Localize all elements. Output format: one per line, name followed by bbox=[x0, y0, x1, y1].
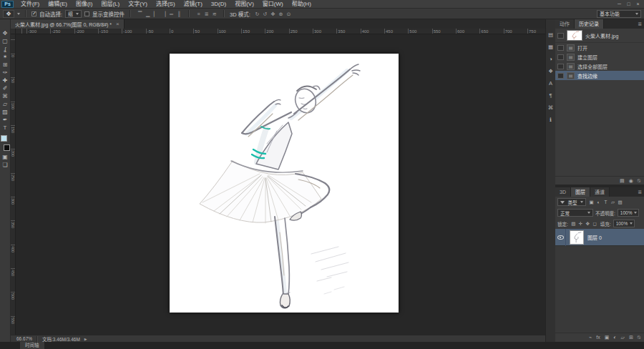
mode-3d-icon[interactable]: ↻ bbox=[253, 9, 261, 19]
history-step[interactable]: ▤打开 bbox=[555, 43, 644, 52]
filter-smart-objects-icon[interactable]: ▨ bbox=[617, 198, 623, 206]
lock-transparency-icon[interactable]: ▨ bbox=[570, 220, 577, 227]
active-tool-badge[interactable]: ✥ bbox=[3, 10, 14, 18]
info-panel-icon[interactable]: ℹ bbox=[547, 116, 555, 124]
auto-select-target-dropdown[interactable]: 组 bbox=[65, 10, 82, 18]
history-brush-source-box[interactable] bbox=[557, 45, 564, 51]
eyedropper-tool-icon[interactable]: ✑ bbox=[0, 69, 11, 77]
filter-adjustment-layers-icon[interactable]: ◐ bbox=[595, 198, 602, 206]
history-step[interactable]: ▤选择全部图层 bbox=[555, 62, 644, 71]
delete-state-icon[interactable]: ⍉ bbox=[638, 177, 640, 185]
marquee-tool-icon[interactable]: ▢ bbox=[0, 37, 11, 45]
eraser-tool-icon[interactable]: ▱ bbox=[0, 100, 11, 108]
filter-type-layers-icon[interactable]: T bbox=[602, 198, 609, 206]
distribute-icon[interactable]: ≋ bbox=[210, 9, 218, 19]
close-tab-icon[interactable]: × bbox=[116, 19, 119, 29]
layer-visibility-toggle[interactable] bbox=[555, 229, 566, 246]
brush-tool-icon[interactable]: ✐ bbox=[0, 84, 11, 92]
workspace-dropdown[interactable]: 基本功能 bbox=[597, 10, 641, 18]
mode-3d-icon[interactable]: ↺ bbox=[261, 9, 269, 19]
menu-item[interactable]: 文件(F) bbox=[16, 0, 44, 9]
healing-brush-tool-icon[interactable]: ✚ bbox=[0, 77, 11, 84]
panel-tab[interactable]: 动作 bbox=[555, 19, 575, 29]
panel-menu-icon[interactable]: ≣ bbox=[638, 187, 642, 197]
type-tool-icon[interactable]: T bbox=[0, 124, 11, 132]
panel-tab[interactable]: 3D bbox=[555, 187, 571, 197]
history-step[interactable]: ▤建立图层 bbox=[555, 52, 644, 62]
opacity-field[interactable]: 100% bbox=[618, 209, 639, 217]
filter-shape-layers-icon[interactable]: ▱ bbox=[610, 198, 616, 206]
color-panel-icon[interactable]: ▤ bbox=[547, 31, 555, 39]
quick-mask-icon[interactable]: ▣ bbox=[0, 153, 11, 161]
zoom-level-field[interactable]: 66.67% bbox=[16, 336, 32, 341]
foreground-color-swatch[interactable] bbox=[1, 135, 7, 142]
layer-row[interactable]: 图层 0 bbox=[555, 229, 644, 246]
history-step[interactable]: ▤查找边缘 bbox=[555, 71, 644, 80]
pen-tool-icon[interactable]: ✒ bbox=[0, 116, 11, 124]
menu-item[interactable]: 编辑(E) bbox=[44, 0, 72, 9]
filter-pixel-layers-icon[interactable]: ▣ bbox=[588, 198, 595, 206]
new-doc-from-state-icon[interactable]: ▤ bbox=[620, 177, 625, 185]
status-expand-icon[interactable]: ▶ bbox=[84, 337, 87, 341]
show-transform-checkbox[interactable] bbox=[84, 11, 89, 16]
background-color-swatch[interactable] bbox=[4, 144, 10, 151]
align-icon[interactable]: ║ bbox=[175, 9, 183, 19]
crop-tool-icon[interactable]: ⊞ bbox=[0, 61, 11, 69]
auto-select-checkbox[interactable] bbox=[31, 11, 36, 16]
blend-mode-dropdown[interactable]: 正常 bbox=[557, 209, 593, 217]
align-icon[interactable]: ▕ bbox=[160, 9, 167, 19]
timeline-tab[interactable]: 时间轴 bbox=[20, 342, 44, 349]
swatches-panel-icon[interactable]: ▦ bbox=[547, 43, 555, 51]
lock-position-icon[interactable]: ✥ bbox=[585, 220, 591, 227]
screen-mode-icon[interactable]: ❏ bbox=[0, 161, 11, 169]
layer-style-icon[interactable]: fx bbox=[596, 334, 600, 341]
new-layer-icon[interactable]: ⊞ bbox=[629, 334, 633, 341]
menu-item[interactable]: 滤镜(T) bbox=[180, 0, 207, 9]
move-tool-icon[interactable]: ✥ bbox=[0, 29, 11, 37]
mode-3d-icon[interactable]: ⊕ bbox=[277, 9, 285, 19]
window-control-button[interactable]: □ bbox=[624, 0, 633, 9]
menu-item[interactable]: 选择(S) bbox=[152, 0, 180, 9]
panel-tab[interactable]: 通道 bbox=[590, 187, 610, 197]
mode-3d-icon[interactable]: ✥ bbox=[269, 9, 277, 19]
gradient-tool-icon[interactable]: ▨ bbox=[0, 108, 11, 116]
history-brush-source-box[interactable] bbox=[557, 54, 564, 60]
tool-preset-arrow-icon[interactable] bbox=[17, 13, 20, 15]
add-mask-icon[interactable]: ▣ bbox=[605, 334, 610, 341]
history-brush-source-box[interactable] bbox=[557, 64, 564, 69]
panel-tab[interactable]: 图层 bbox=[571, 187, 590, 197]
menu-item[interactable]: 图像(I) bbox=[72, 0, 97, 9]
menu-item[interactable]: 帮助(H) bbox=[288, 0, 316, 9]
new-snapshot-icon[interactable]: ◉ bbox=[629, 177, 633, 185]
canvas-viewport[interactable] bbox=[16, 34, 545, 335]
lock-all-icon[interactable]: ◻ bbox=[592, 220, 598, 227]
character-panel-icon[interactable]: A bbox=[547, 79, 555, 87]
align-icon[interactable]: ▔ bbox=[136, 9, 144, 19]
layer-thumbnail[interactable] bbox=[570, 230, 584, 245]
menu-item[interactable]: 文字(Y) bbox=[124, 0, 152, 9]
layer-filter-dropdown[interactable]: 类型 bbox=[557, 198, 586, 206]
menu-item[interactable]: 3D(D) bbox=[207, 0, 230, 9]
lock-pixels-icon[interactable]: ✛ bbox=[577, 220, 584, 227]
lasso-tool-icon[interactable]: ʆ bbox=[0, 45, 11, 53]
align-icon[interactable]: ▁ bbox=[144, 9, 152, 19]
paragraph-panel-icon[interactable]: ¶ bbox=[547, 92, 555, 99]
distribute-icon[interactable]: ≣ bbox=[203, 9, 210, 19]
panel-tab[interactable]: 历史记录 bbox=[575, 19, 604, 29]
distribute-icon[interactable]: ≡ bbox=[195, 9, 203, 19]
mode-3d-icon[interactable]: ⊙ bbox=[285, 9, 293, 19]
history-brush-source-box[interactable] bbox=[557, 73, 564, 79]
fill-field[interactable]: 100% bbox=[613, 220, 635, 227]
adjustments-panel-icon[interactable]: ◑ bbox=[547, 55, 555, 63]
document-canvas[interactable] bbox=[170, 54, 399, 313]
history-snapshot-row[interactable]: 火柴人素材.jpg bbox=[555, 29, 644, 43]
link-layers-icon[interactable]: ⌁ bbox=[589, 334, 592, 341]
new-group-icon[interactable]: ▱ bbox=[621, 334, 625, 341]
align-icon[interactable]: ═ bbox=[167, 9, 175, 19]
history-brush-source-box[interactable] bbox=[557, 33, 564, 39]
styles-panel-icon[interactable]: ❖ bbox=[547, 67, 555, 75]
window-control-button[interactable]: × bbox=[633, 0, 643, 9]
document-tab[interactable]: 火柴人素材.jpg @ 66.7%(图层 0, RGB/8#) * × bbox=[11, 19, 125, 29]
delete-layer-icon[interactable]: ⍉ bbox=[638, 334, 640, 341]
adjustment-layer-icon[interactable]: ◐ bbox=[613, 334, 616, 341]
